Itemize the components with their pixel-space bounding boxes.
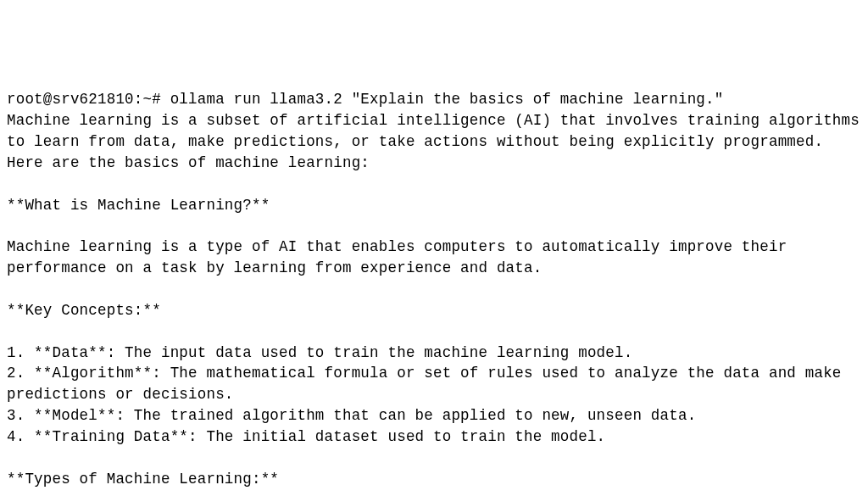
output-intro: Machine learning is a subset of artifici…: [7, 112, 868, 171]
key-concept-item: 2. **Algorithm**: The mathematical formu…: [7, 365, 850, 403]
key-concept-item: 1. **Data**: The input data used to trai…: [7, 344, 632, 361]
key-concept-item: 4. **Training Data**: The initial datase…: [7, 428, 605, 445]
section-title-key-concepts: **Key Concepts:**: [7, 302, 161, 319]
section-title-what-is-ml: **What is Machine Learning?**: [7, 197, 270, 214]
shell-prompt-line: root@srv621810:~# ollama run llama3.2 "E…: [7, 91, 723, 108]
terminal-output[interactable]: root@srv621810:~# ollama run llama3.2 "E…: [7, 89, 861, 496]
section-body-what-is-ml: Machine learning is a type of AI that en…: [7, 238, 796, 276]
section-title-types: **Types of Machine Learning:**: [7, 471, 279, 488]
key-concept-item: 3. **Model**: The trained algorithm that…: [7, 407, 696, 424]
